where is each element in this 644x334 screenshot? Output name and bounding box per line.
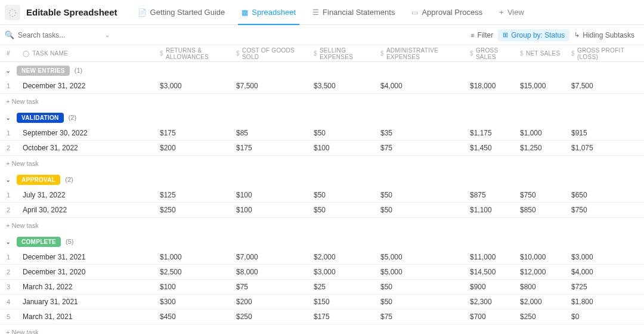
tab-approval-process[interactable]: ▭ Approval Process (403, 0, 491, 24)
table-row[interactable]: 2April 30, 2022$250$100$50$50$1,100$850$… (0, 203, 644, 218)
status-badge[interactable]: COMPLETE (17, 237, 61, 247)
cell-admin[interactable]: $50 (376, 298, 465, 306)
cell-net-sales[interactable]: $250 (515, 313, 566, 321)
cell-admin[interactable]: $50 (376, 191, 465, 199)
tab-financial-statements[interactable]: ☰ Financial Statements (304, 0, 403, 24)
cell-gross-profit[interactable]: $650 (566, 191, 638, 199)
col-admin[interactable]: $ADMINISTRATIVE EXPENSES (376, 47, 465, 60)
cell-task[interactable]: December 31, 2022 (17, 82, 155, 90)
cell-admin[interactable]: $5,000 (376, 268, 465, 276)
cell-admin[interactable]: $50 (376, 283, 465, 291)
cell-selling[interactable]: $175 (309, 313, 376, 321)
cell-net-sales[interactable]: $800 (515, 283, 566, 291)
cell-net-sales[interactable]: $10,000 (515, 253, 566, 261)
table-row[interactable]: 3March 31, 2022$100$75$25$50$900$800$725 (0, 280, 644, 295)
cell-gross-profit[interactable]: $1,075 (566, 144, 638, 152)
add-view-button[interactable]: + View (491, 8, 532, 17)
cell-net-sales[interactable]: $2,000 (515, 298, 566, 306)
cell-gross-sales[interactable]: $1,100 (465, 206, 515, 214)
tab-spreadsheet[interactable]: ▦ Spreadsheet (233, 0, 304, 24)
table-row[interactable]: 1December 31, 2022$3,000$7,500$3,500$4,0… (0, 79, 644, 94)
cell-selling[interactable]: $2,000 (309, 253, 376, 261)
cell-cogs[interactable]: $7,000 (231, 253, 309, 261)
cell-net-sales[interactable]: $1,250 (515, 144, 566, 152)
cell-cogs[interactable]: $85 (231, 129, 309, 137)
status-badge[interactable]: VALIDATION (17, 113, 64, 123)
cell-task[interactable]: December 31, 2021 (17, 253, 155, 261)
cell-task[interactable]: March 31, 2021 (17, 313, 155, 321)
cell-selling[interactable]: $25 (309, 283, 376, 291)
chevron-down-icon[interactable]: ⌄ (4, 114, 12, 122)
cell-gross-sales[interactable]: $900 (465, 283, 515, 291)
cell-gross-sales[interactable]: $18,000 (465, 82, 515, 90)
cell-returns[interactable]: $450 (155, 313, 231, 321)
col-gross-sales[interactable]: $GROSS SALES (465, 47, 515, 60)
search-input[interactable] (18, 31, 101, 39)
cell-cogs[interactable]: $250 (231, 313, 309, 321)
cell-gross-profit[interactable]: $1,800 (566, 298, 638, 306)
cell-net-sales[interactable]: $1,000 (515, 129, 566, 137)
cell-admin[interactable]: $75 (376, 313, 465, 321)
cell-task[interactable]: September 30, 2022 (17, 129, 155, 137)
cell-returns[interactable]: $100 (155, 283, 231, 291)
cell-task[interactable]: January 31, 2021 (17, 298, 155, 306)
cell-selling[interactable]: $100 (309, 144, 376, 152)
cell-admin[interactable]: $50 (376, 206, 465, 214)
col-returns[interactable]: $RETURNS & ALLOWANCES (155, 47, 231, 60)
cell-admin[interactable]: $5,000 (376, 253, 465, 261)
cell-cogs[interactable]: $7,500 (231, 82, 309, 90)
cell-task[interactable]: December 31, 2020 (17, 268, 155, 276)
cell-gross-sales[interactable]: $1,450 (465, 144, 515, 152)
cell-task[interactable]: July 31, 2022 (17, 191, 155, 199)
cell-selling[interactable]: $150 (309, 298, 376, 306)
cell-returns[interactable]: $175 (155, 129, 231, 137)
cell-gross-profit[interactable]: $7,500 (566, 82, 638, 90)
cell-net-sales[interactable]: $750 (515, 191, 566, 199)
chevron-down-icon[interactable]: ⌄ (105, 32, 110, 38)
cell-gross-sales[interactable]: $1,175 (465, 129, 515, 137)
filter-button[interactable]: ≡ Filter (466, 29, 498, 41)
cell-admin[interactable]: $35 (376, 129, 465, 137)
cell-cogs[interactable]: $75 (231, 283, 309, 291)
cell-returns[interactable]: $200 (155, 144, 231, 152)
table-row[interactable]: 2October 31, 2022$200$175$100$75$1,450$1… (0, 141, 644, 156)
cell-selling[interactable]: $50 (309, 129, 376, 137)
cell-gross-sales[interactable]: $11,000 (465, 253, 515, 261)
tab-getting-started[interactable]: 📄 Getting Started Guide (129, 0, 234, 24)
status-badge[interactable]: APPROVAL (17, 175, 60, 185)
col-task[interactable]: ◯ TASK NAME (17, 50, 155, 57)
chevron-down-icon[interactable]: ⌄ (4, 238, 12, 246)
new-task-button[interactable]: + New task (0, 156, 644, 171)
cell-selling[interactable]: $50 (309, 191, 376, 199)
table-row[interactable]: 1December 31, 2021$1,000$7,000$2,000$5,0… (0, 250, 644, 265)
cell-gross-sales[interactable]: $14,500 (465, 268, 515, 276)
cell-task[interactable]: April 30, 2022 (17, 206, 155, 214)
cell-admin[interactable]: $75 (376, 144, 465, 152)
table-row[interactable]: 5March 31, 2021$450$250$175$75$700$250$0 (0, 310, 644, 324)
cell-returns[interactable]: $1,000 (155, 253, 231, 261)
cell-task[interactable]: October 31, 2022 (17, 144, 155, 152)
new-task-button[interactable]: + New task (0, 324, 644, 334)
cell-gross-profit[interactable]: $915 (566, 129, 638, 137)
cell-net-sales[interactable]: $12,000 (515, 268, 566, 276)
cell-gross-profit[interactable]: $3,000 (566, 253, 638, 261)
cell-cogs[interactable]: $100 (231, 206, 309, 214)
cell-cogs[interactable]: $8,000 (231, 268, 309, 276)
table-row[interactable]: 2December 31, 2020$2,500$8,000$3,000$5,0… (0, 265, 644, 280)
col-gross-profit[interactable]: $GROSS PROFIT (LOSS) (566, 47, 638, 60)
table-row[interactable]: 1July 31, 2022$125$100$50$50$875$750$650 (0, 188, 644, 203)
cell-selling[interactable]: $50 (309, 206, 376, 214)
cell-cogs[interactable]: $100 (231, 191, 309, 199)
new-task-button[interactable]: + New task (0, 218, 644, 233)
cell-gross-profit[interactable]: $0 (566, 313, 638, 321)
table-row[interactable]: 4January 31, 2021$300$200$150$50$2,300$2… (0, 295, 644, 310)
cell-gross-profit[interactable]: $750 (566, 206, 638, 214)
cell-task[interactable]: March 31, 2022 (17, 283, 155, 291)
cell-cogs[interactable]: $175 (231, 144, 309, 152)
cell-gross-sales[interactable]: $700 (465, 313, 515, 321)
new-task-button[interactable]: + New task (0, 94, 644, 109)
cell-gross-profit[interactable]: $725 (566, 283, 638, 291)
cell-selling[interactable]: $3,000 (309, 268, 376, 276)
status-badge[interactable]: NEW ENTRIES (17, 66, 70, 76)
cell-returns[interactable]: $250 (155, 206, 231, 214)
